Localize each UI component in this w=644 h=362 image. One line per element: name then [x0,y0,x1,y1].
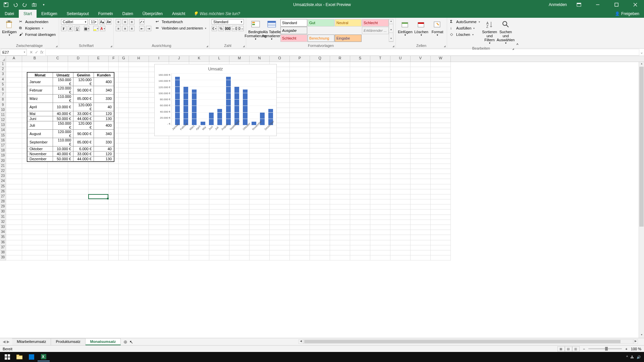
merge-center-button[interactable]: ⇔Verbinden und zentrieren [155,25,207,31]
cell[interactable] [330,93,350,98]
col-header[interactable]: T [370,56,390,62]
row-header[interactable]: 8 [0,98,6,103]
cell[interactable] [310,98,330,103]
cell[interactable] [431,87,451,93]
cell[interactable] [6,113,22,118]
cell[interactable] [129,72,149,77]
cell[interactable] [119,240,129,245]
cell[interactable] [209,220,229,225]
row-header[interactable]: 3 [0,72,6,77]
cell[interactable] [330,204,350,209]
table-cell[interactable]: September [28,138,53,146]
table-cell[interactable]: Juni [28,116,53,121]
cell[interactable] [109,250,119,255]
cell[interactable] [390,138,411,143]
cell[interactable] [189,199,209,204]
cell[interactable] [411,220,431,225]
cell[interactable] [290,143,310,148]
increase-font-icon[interactable]: A▴ [99,19,105,24]
cell[interactable] [149,255,169,260]
cell[interactable] [431,82,451,87]
table-cell[interactable]: 90.000 € [73,130,94,138]
cell[interactable] [169,184,189,189]
copy-button[interactable]: ⧉Kopieren [18,25,57,31]
cell[interactable] [330,174,350,179]
cell[interactable] [229,174,250,179]
col-header[interactable]: Q [310,56,330,62]
cell[interactable] [229,194,250,199]
cell[interactable] [350,108,370,113]
table-cell[interactable]: 33.000 € [73,111,94,116]
cell[interactable] [350,174,370,179]
row-header[interactable]: 18 [0,148,6,154]
cell[interactable] [149,215,169,220]
cell[interactable] [119,128,129,133]
cell[interactable] [390,235,411,240]
cell[interactable] [370,67,390,72]
cell[interactable] [250,143,270,148]
cell[interactable] [330,194,350,199]
cell[interactable] [310,250,330,255]
cell[interactable] [431,245,451,250]
cell[interactable] [48,245,68,250]
cell[interactable] [229,240,250,245]
cell[interactable] [250,189,270,194]
table-cell[interactable]: Januar [28,78,53,86]
table-cell[interactable]: Mai [28,111,53,116]
cell[interactable] [310,77,330,82]
table-cell[interactable]: Juli [28,121,53,130]
cell[interactable] [119,250,129,255]
cell[interactable] [330,199,350,204]
cell[interactable] [290,103,310,108]
table-cell[interactable]: 85.000 € [73,138,94,146]
cell[interactable] [431,148,451,154]
cell[interactable] [370,143,390,148]
cell[interactable] [250,164,270,169]
cell[interactable] [129,164,149,169]
cell[interactable] [330,159,350,164]
table-cell[interactable]: 50.000 € [53,116,73,121]
col-header[interactable]: A [6,56,22,62]
cell[interactable] [149,204,169,209]
cell[interactable] [119,225,129,230]
cell[interactable] [330,143,350,148]
scroll-up-icon[interactable]: ▴ [639,62,644,67]
cell[interactable] [189,184,209,189]
cell[interactable] [330,128,350,133]
cell[interactable] [431,128,451,133]
expand-formula-icon[interactable]: ⌄ [639,50,644,55]
cell[interactable] [189,194,209,199]
cell[interactable] [189,250,209,255]
cell[interactable] [109,220,119,225]
cell[interactable] [390,143,411,148]
cell[interactable] [89,230,109,235]
cell[interactable] [350,204,370,209]
cell[interactable] [310,164,330,169]
tray-up-icon[interactable]: ^ [626,355,628,359]
cell[interactable] [310,159,330,164]
cell[interactable] [169,204,189,209]
cell[interactable] [350,250,370,255]
sheet-tab[interactable]: Produktumsatz [51,338,85,345]
cell[interactable] [189,143,209,148]
cell[interactable] [411,118,431,123]
camera-icon[interactable] [32,2,37,7]
cell[interactable] [350,235,370,240]
cell[interactable] [189,215,209,220]
cell[interactable] [370,108,390,113]
cell[interactable] [310,108,330,113]
chart-bar[interactable] [192,89,197,125]
cell[interactable] [169,235,189,240]
table-cell[interactable]: 130 [94,116,114,121]
cell[interactable] [290,230,310,235]
cell[interactable] [129,220,149,225]
cell[interactable] [119,245,129,250]
select-all-corner[interactable] [0,56,6,62]
cell[interactable] [310,174,330,179]
cell[interactable] [6,164,22,169]
row-header[interactable]: 22 [0,169,6,174]
share-button[interactable]: 👤Freigeben [610,10,644,18]
cell[interactable] [68,184,89,189]
cell[interactable] [22,184,48,189]
cell[interactable] [129,138,149,143]
